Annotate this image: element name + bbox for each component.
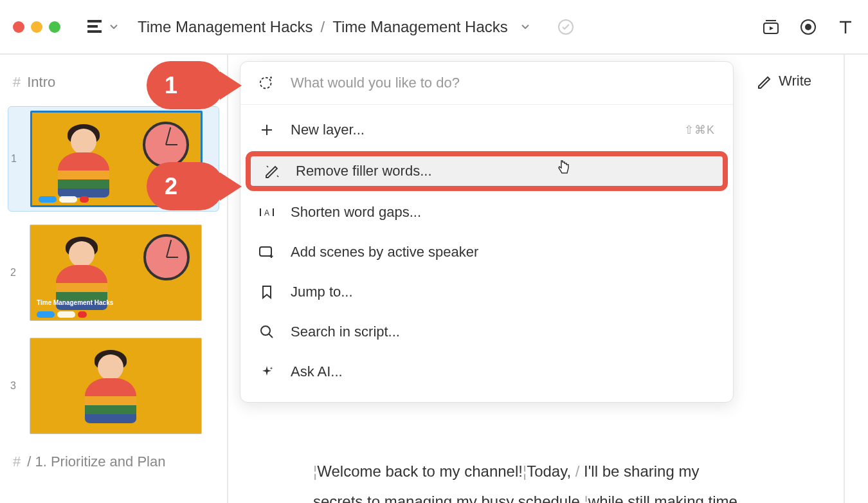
thumbnail-number: 2 xyxy=(10,267,21,279)
transcript-segment: Today, xyxy=(527,462,575,480)
window-minimize-button[interactable] xyxy=(31,21,42,33)
menu-item-shorten-word-gaps[interactable]: A Shorten word gaps... xyxy=(240,192,733,232)
plus-icon xyxy=(258,122,275,138)
hash-icon: # xyxy=(13,74,21,91)
svg-rect-9 xyxy=(260,247,271,256)
svg-point-6 xyxy=(805,24,811,30)
window-close-button[interactable] xyxy=(13,21,24,33)
menu-item-jump-to[interactable]: Jump to... xyxy=(240,272,733,312)
svg-point-10 xyxy=(261,326,270,335)
breadcrumb-project[interactable]: Time Management Hacks xyxy=(138,18,313,36)
sync-status-icon xyxy=(557,18,575,36)
transcript-segment: I'll be xyxy=(579,462,619,480)
scene-thumbnail-3[interactable]: 3 xyxy=(8,334,219,438)
search-icon xyxy=(258,324,275,340)
menu-item-label: New layer... xyxy=(291,122,365,138)
bookmark-icon xyxy=(258,284,275,300)
topbar-actions xyxy=(761,17,855,37)
menu-item-label: Add scenes by active speaker xyxy=(291,244,478,261)
pencil-icon xyxy=(757,73,772,89)
breadcrumb-file[interactable]: Time Management Hacks xyxy=(332,18,508,36)
transcript-segment: Welcome back to my channel! xyxy=(317,462,523,480)
thumbnail-number: 3 xyxy=(10,380,21,392)
thumbnail-number: 1 xyxy=(11,153,21,165)
menu-item-new-layer[interactable]: New layer... ⇧⌘K xyxy=(240,110,733,150)
topbar: Time Management Hacks / Time Management … xyxy=(0,0,868,55)
breadcrumb: Time Management Hacks / Time Management … xyxy=(138,18,575,36)
transcript-text[interactable]: ¦Welcome back to my channel!¦Today, / I'… xyxy=(313,457,750,503)
svg-rect-0 xyxy=(87,20,102,23)
write-button[interactable]: Write xyxy=(757,73,811,89)
play-queue-icon[interactable] xyxy=(761,17,781,37)
thumbnail-image: Time Management Hacks xyxy=(30,224,202,321)
menu-item-label: Remove filler words... xyxy=(296,163,432,179)
svg-text:A: A xyxy=(264,208,269,217)
traffic-lights xyxy=(13,21,60,33)
cursor-pointer-icon xyxy=(556,159,572,176)
scene-thumbnail-2[interactable]: 2 Time Management Hacks xyxy=(8,221,219,325)
edit-magic-icon xyxy=(264,163,280,179)
text-tool-icon[interactable] xyxy=(836,17,855,37)
menu-item-label: Shorten word gaps... xyxy=(291,204,421,221)
thumbnail-caption: Time Management Hacks xyxy=(37,299,113,306)
menu-item-add-scenes-speaker[interactable]: Add scenes by active speaker xyxy=(240,232,733,272)
window-maximize-button[interactable] xyxy=(49,21,60,33)
scene-add-icon xyxy=(258,244,275,261)
record-icon[interactable] xyxy=(799,17,818,37)
menu-item-label: Jump to... xyxy=(291,284,353,300)
main: # Intro 1 2 Time Management Hacks 3 xyxy=(0,55,868,503)
sidebar: # Intro 1 2 Time Management Hacks 3 xyxy=(0,55,228,503)
thumbnail-image xyxy=(30,338,202,434)
menu-item-remove-filler-words[interactable]: Remove filler words... xyxy=(246,151,728,191)
sparkles-icon xyxy=(258,363,275,380)
svg-rect-2 xyxy=(87,30,102,33)
project-dropdown-chevron-icon[interactable] xyxy=(109,24,118,30)
svg-point-7 xyxy=(260,78,271,89)
section-title: / 1. Prioritize and Plan xyxy=(27,453,165,470)
transcript-segment: schedule xyxy=(518,493,584,503)
command-palette-header xyxy=(240,62,733,105)
annotation-callout-1: 1 xyxy=(147,61,224,109)
content-area: New layer... ⇧⌘K Remove filler words... … xyxy=(228,55,845,503)
command-palette-list: New layer... ⇧⌘K Remove filler words... … xyxy=(240,105,733,402)
hash-icon: # xyxy=(13,453,21,470)
svg-rect-1 xyxy=(87,25,98,28)
command-palette-input[interactable] xyxy=(291,75,715,91)
command-palette: New layer... ⇧⌘K Remove filler words... … xyxy=(240,61,734,403)
annotation-callout-2: 2 xyxy=(147,162,224,210)
section-title: Intro xyxy=(27,74,55,91)
ai-sparkle-icon xyxy=(258,75,275,91)
breadcrumb-chevron-icon[interactable] xyxy=(521,24,530,30)
breadcrumb-separator: / xyxy=(321,18,325,36)
section-header-prioritize[interactable]: # / 1. Prioritize and Plan xyxy=(8,447,219,477)
word-gap-icon: A xyxy=(258,204,275,221)
write-label: Write xyxy=(779,73,811,89)
app-logo-icon[interactable] xyxy=(86,19,103,35)
menu-item-label: Ask AI... xyxy=(291,363,343,380)
keyboard-shortcut: ⇧⌘K xyxy=(684,123,715,137)
menu-item-label: Search in script... xyxy=(291,324,400,340)
menu-item-ask-ai[interactable]: Ask AI... xyxy=(240,352,733,392)
menu-item-search-script[interactable]: Search in script... xyxy=(240,312,733,352)
